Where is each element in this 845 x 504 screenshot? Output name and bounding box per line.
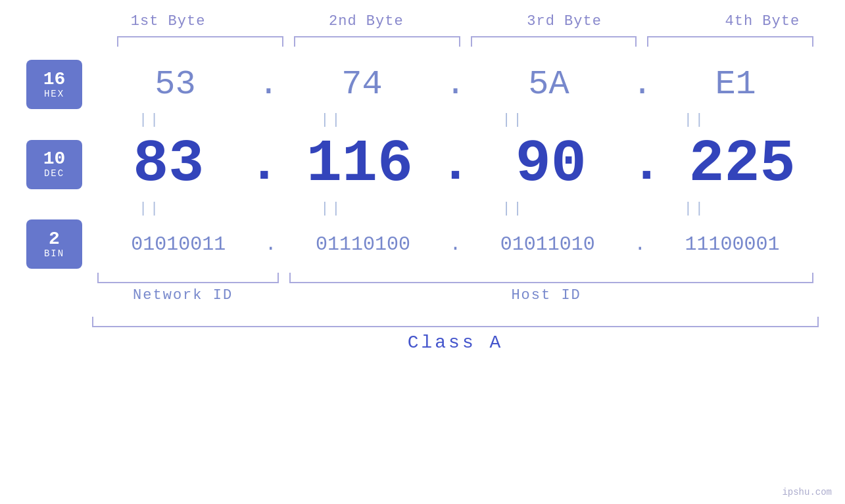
- dec-dot-3: .: [627, 135, 665, 195]
- hex-byte-1: 53: [92, 65, 258, 104]
- bin-dot-1: .: [265, 233, 277, 256]
- bin-base-label: BIN: [44, 248, 64, 259]
- watermark: ipshu.com: [782, 487, 832, 497]
- hex-dot-1: .: [258, 65, 279, 104]
- top-brackets: [112, 36, 819, 47]
- dec-byte-1: 83: [92, 131, 245, 198]
- id-labels: Network ID Host ID: [92, 287, 819, 304]
- hex-base-number: 16: [43, 70, 66, 89]
- class-bracket: [92, 317, 819, 327]
- eq-6: ||: [241, 200, 422, 217]
- hex-dot-2: .: [445, 65, 466, 104]
- bin-dot-2: .: [449, 233, 461, 256]
- hex-base-label: HEX: [44, 89, 64, 99]
- dec-values: 83 . 116 . 90 . 225: [92, 131, 819, 198]
- dec-byte-3: 90: [475, 131, 628, 198]
- bracket-2: [294, 36, 460, 47]
- bin-badge: 2 BIN: [26, 219, 82, 269]
- eq-2: ||: [241, 112, 422, 128]
- hex-row: 16 HEX 53 . 74 . 5A . E1: [26, 60, 819, 109]
- bracket-4: [647, 36, 813, 47]
- network-id-label: Network ID: [92, 287, 274, 304]
- hex-badge: 16 HEX: [26, 60, 82, 109]
- byte-header-3: 3rd Byte: [466, 13, 664, 30]
- dec-row: 10 DEC 83 . 116 . 90 . 225: [26, 131, 819, 198]
- hex-values: 53 . 74 . 5A . E1: [92, 65, 819, 104]
- hex-dot-3: .: [632, 65, 652, 104]
- dec-badge: 10 DEC: [26, 140, 82, 189]
- eq-1: ||: [59, 112, 241, 128]
- dec-byte-4: 225: [665, 131, 819, 198]
- dec-base-number: 10: [43, 150, 66, 168]
- byte-header-4: 4th Byte: [664, 13, 845, 30]
- equals-row-2: || || || ||: [59, 200, 786, 217]
- bin-byte-1: 01010011: [92, 233, 265, 256]
- bin-byte-3: 01011010: [462, 233, 635, 256]
- dec-byte-2: 116: [283, 131, 437, 198]
- host-id-label: Host ID: [274, 287, 819, 304]
- eq-5: ||: [59, 200, 241, 217]
- main-container: 1st Byte 2nd Byte 3rd Byte 4th Byte 16 H…: [0, 0, 845, 504]
- dec-dot-1: .: [245, 135, 283, 195]
- dec-base-label: DEC: [44, 168, 64, 179]
- hex-byte-2: 74: [279, 65, 445, 104]
- eq-3: ||: [423, 112, 604, 128]
- hex-byte-4: E1: [652, 65, 819, 104]
- bin-byte-4: 11100001: [646, 233, 819, 256]
- bin-dot-3: .: [634, 233, 646, 256]
- eq-4: ||: [604, 112, 786, 128]
- network-bracket: [97, 273, 279, 283]
- bin-byte-2: 01110100: [277, 233, 450, 256]
- byte-headers-row: 1st Byte 2nd Byte 3rd Byte 4th Byte: [69, 13, 845, 30]
- byte-header-2: 2nd Byte: [267, 13, 465, 30]
- eq-7: ||: [423, 200, 604, 217]
- dec-dot-2: .: [436, 135, 474, 195]
- hex-byte-3: 5A: [466, 65, 632, 104]
- equals-row-1: || || || ||: [59, 112, 786, 128]
- eq-8: ||: [604, 200, 786, 217]
- bracket-3: [471, 36, 637, 47]
- bin-values: 01010011 . 01110100 . 01011010 . 1110000…: [92, 233, 819, 256]
- bin-row: 2 BIN 01010011 . 01110100 . 01011010 . 1…: [26, 219, 819, 269]
- bracket-1: [117, 36, 283, 47]
- bottom-brackets: [92, 273, 819, 283]
- byte-header-1: 1st Byte: [69, 13, 267, 30]
- host-bracket: [289, 273, 813, 283]
- class-label: Class A: [92, 332, 819, 353]
- bin-base-number: 2: [49, 230, 60, 248]
